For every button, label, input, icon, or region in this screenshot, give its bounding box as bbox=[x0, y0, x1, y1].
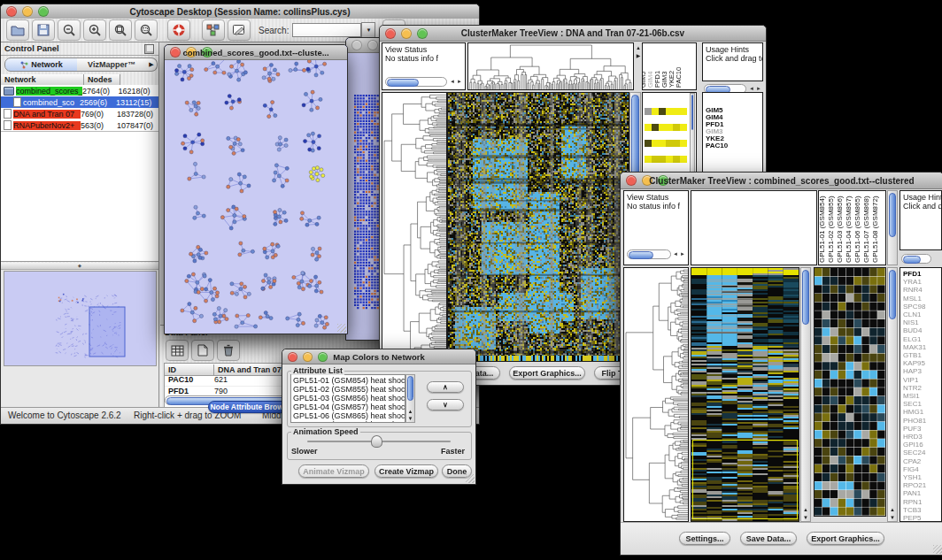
dialog-titlebar[interactable]: Map Colors to Network bbox=[282, 349, 475, 364]
search-input[interactable] bbox=[292, 23, 361, 37]
tv2-heatmap[interactable] bbox=[691, 268, 799, 521]
network-window-titlebar[interactable]: combined_scores_good.txt--cluste... bbox=[165, 45, 347, 60]
network-list-row[interactable]: combined_sco2569(6)13112(15) bbox=[1, 96, 158, 108]
resize-grip[interactable] bbox=[933, 545, 942, 554]
create-vizmap-button[interactable]: Create Vizmap bbox=[374, 464, 438, 478]
scroll-up-arrow[interactable]: ▲ bbox=[888, 507, 897, 512]
tv2-row-label[interactable]: YSH1 bbox=[903, 473, 941, 481]
tv2-export-graphics-button[interactable]: Export Graphics... bbox=[807, 532, 884, 545]
attribute-list-item[interactable]: GPL51-06 (GSM865) heat shock 40 min bbox=[293, 411, 405, 420]
tv2-settings-button[interactable]: Settings... bbox=[679, 532, 730, 545]
tv2-row-label[interactable]: PEP5 bbox=[903, 514, 941, 522]
scroll-right-arrow[interactable]: ► bbox=[680, 249, 685, 259]
animate-vizmap-button[interactable]: Animate Vizmap bbox=[298, 464, 369, 478]
birdseye-canvas[interactable] bbox=[4, 271, 157, 366]
tv2-row-label[interactable]: FIG4 bbox=[903, 465, 941, 473]
attribute-list-item[interactable]: GPL51-03 (GSM856) heat shock 15 min bbox=[293, 394, 405, 403]
tv2-row-dendrogram[interactable] bbox=[624, 268, 688, 521]
scroll-down-arrow[interactable]: ▼ bbox=[406, 416, 414, 421]
tv1-row-label[interactable]: PAC10 bbox=[706, 142, 762, 150]
tv2-row-label[interactable]: VIP1 bbox=[903, 376, 941, 384]
resize-grip[interactable] bbox=[337, 324, 346, 333]
tv2-zoom-heatmap[interactable] bbox=[815, 268, 885, 516]
tv2-row-label[interactable]: HMG1 bbox=[903, 408, 941, 416]
tv2-column-label[interactable]: GPL51-01 (GSM854) bbox=[818, 196, 826, 263]
tab-overflow-button[interactable]: ▶ bbox=[146, 58, 158, 72]
tv2-row-label[interactable]: HRD3 bbox=[903, 433, 941, 441]
vizmapper-icon[interactable] bbox=[202, 19, 225, 41]
move-down-button[interactable]: ∨ bbox=[427, 399, 464, 410]
scroll-left-arrow[interactable]: ◄ bbox=[673, 249, 678, 259]
tv2-column-label[interactable]: GPL51-08 (GSM872) bbox=[871, 196, 879, 263]
annotation-icon[interactable] bbox=[228, 19, 251, 41]
tv2-row-label[interactable]: PHO81 bbox=[903, 417, 941, 425]
tv2-column-label[interactable]: GPL51-02 (GSM855) bbox=[827, 196, 835, 263]
zoom-out-icon[interactable] bbox=[58, 19, 81, 41]
tv1-row-dendrogram[interactable] bbox=[382, 93, 446, 361]
tv2-row-label[interactable]: CPA2 bbox=[903, 457, 941, 465]
attribute-list-item[interactable]: GPL51-01 (GSM854) heat shock 05 min bbox=[293, 376, 405, 385]
attribute-list-item[interactable]: GPL51-02 (GSM855) heat shock 10 min bbox=[293, 385, 405, 394]
speed-slider-thumb[interactable] bbox=[371, 435, 382, 448]
network-canvas[interactable] bbox=[166, 60, 346, 333]
tv2-usage-scrollbar[interactable] bbox=[901, 254, 931, 264]
tv2-column-label[interactable]: GPL51-03 (GSM856) bbox=[836, 196, 844, 263]
help-lifesaver-icon[interactable] bbox=[167, 19, 190, 41]
zoom-selected-icon[interactable] bbox=[109, 19, 132, 41]
tv2-row-label[interactable]: SEC24 bbox=[903, 449, 941, 456]
scroll-left-arrow[interactable]: ◄ bbox=[450, 77, 455, 87]
tv2-column-label[interactable]: GPL51-07 (GSM868) bbox=[862, 196, 870, 263]
tv2-row-label[interactable]: RNR4 bbox=[903, 286, 941, 294]
scroll-down-arrow[interactable]: ▼ bbox=[801, 515, 810, 520]
tv2-column-label[interactable]: GPL51-04 (GSM857) bbox=[845, 196, 853, 263]
open-file-button[interactable] bbox=[6, 19, 29, 41]
scroll-up-arrow[interactable]: ▲ bbox=[406, 409, 414, 414]
scroll-right-arrow[interactable]: ► bbox=[457, 77, 462, 87]
tv2-row-label[interactable]: HAP3 bbox=[903, 367, 941, 375]
tv2-row-label[interactable]: PFD1 bbox=[903, 270, 941, 278]
float-panel-icon[interactable] bbox=[144, 44, 154, 54]
scroll-up-arrow[interactable]: ▲ bbox=[801, 507, 810, 512]
tv1-export-graphics-button[interactable]: Export Graphics... bbox=[509, 366, 585, 380]
main-titlebar[interactable]: Cytoscape Desktop (Session Name: collins… bbox=[1, 4, 479, 19]
tv2-row-label[interactable]: PAN1 bbox=[903, 489, 941, 497]
tv1-status-scrollbar[interactable] bbox=[385, 77, 447, 87]
zoom-fit-icon[interactable] bbox=[135, 19, 158, 41]
delete-attribute-icon[interactable] bbox=[217, 340, 240, 361]
birdseye-splitter[interactable]: ◆ bbox=[1, 263, 158, 270]
attribute-list-vscrollbar[interactable]: ▲ ▼ bbox=[405, 374, 415, 423]
close-button[interactable] bbox=[351, 40, 362, 50]
tv2-row-label[interactable]: YRA1 bbox=[903, 278, 941, 286]
resize-grip[interactable] bbox=[466, 474, 475, 483]
tv1-mini-heatmap[interactable] bbox=[645, 108, 687, 150]
tv1-col-nav[interactable]: ▶ bbox=[635, 52, 642, 58]
network-list-row[interactable]: combined_scores_2764(0)16218(0) bbox=[1, 85, 158, 96]
new-attribute-icon[interactable] bbox=[191, 340, 214, 361]
save-session-button[interactable] bbox=[32, 19, 55, 41]
tv2-row-label[interactable]: TCB3 bbox=[903, 506, 941, 514]
move-up-button[interactable]: ∧ bbox=[427, 381, 464, 393]
tv2-row-label[interactable]: MSI1 bbox=[903, 392, 941, 400]
tv2-row-label[interactable]: SPC98 bbox=[903, 303, 941, 311]
network-list-row[interactable]: DNA and Tran 07769(0)183728(0) bbox=[1, 108, 158, 119]
tv2-row-label[interactable]: MSL1 bbox=[903, 295, 941, 303]
tab-network[interactable]: Network bbox=[4, 58, 79, 72]
tab-vizmapper[interactable]: VizMapper™ bbox=[77, 58, 147, 72]
zoom-in-icon[interactable] bbox=[83, 19, 106, 41]
network-list-row[interactable]: RNAPuberNov2+563(0)107847(0) bbox=[1, 119, 158, 131]
tv1-col-nav-up[interactable]: ▲ bbox=[635, 45, 642, 50]
tv2-save-data-button[interactable]: Save Data... bbox=[740, 532, 797, 545]
node-attribute-browser-tab[interactable]: Node Attribute Brows bbox=[208, 401, 290, 413]
tv2-row-label[interactable]: MAK31 bbox=[903, 343, 941, 351]
tv2-row-label[interactable]: ELG1 bbox=[903, 335, 941, 343]
tv2-row-label[interactable]: NIS1 bbox=[903, 318, 941, 326]
treeview1-titlebar[interactable]: ClusterMaker TreeView : DNA and Tran 07-… bbox=[380, 26, 766, 42]
attribute-list-item[interactable]: GPL51-04 (GSM857) heat shock 20 min bbox=[293, 403, 405, 411]
tv1-heatmap[interactable] bbox=[448, 93, 629, 361]
tv2-row-label[interactable]: RPN1 bbox=[903, 498, 941, 506]
tv1-column-dendrogram[interactable] bbox=[468, 43, 633, 89]
tv2-row-label[interactable]: CLN1 bbox=[903, 311, 941, 318]
treeview2-titlebar[interactable]: ClusterMaker TreeView : combined_scores_… bbox=[621, 173, 942, 189]
tv2-collabel-vscrollbar[interactable] bbox=[887, 190, 898, 265]
tv2-row-label[interactable]: KAP95 bbox=[903, 359, 941, 367]
